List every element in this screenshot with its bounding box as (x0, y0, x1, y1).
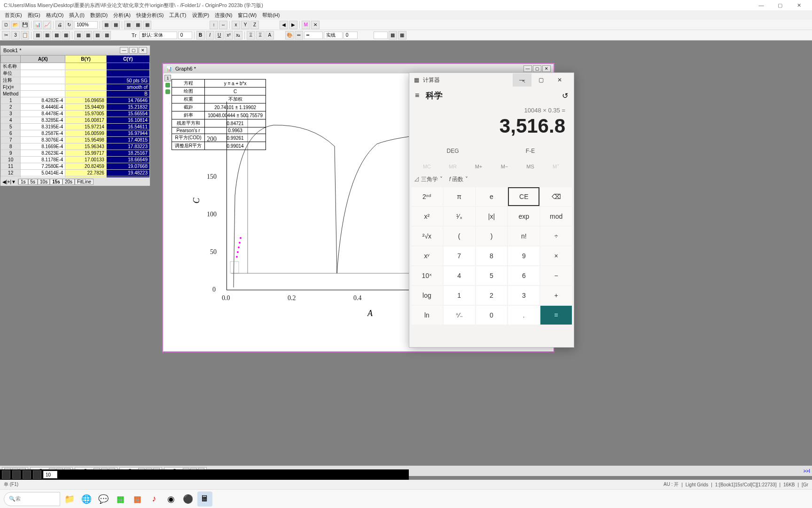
menu-settings[interactable]: 设置(P) (189, 12, 212, 19)
graph-titlebar[interactable]: 📊 Graph6 * — ▢ ✕ (163, 64, 554, 73)
tool-icon[interactable]: ▦ (74, 31, 83, 40)
wechat-icon[interactable]: 💬 (96, 492, 111, 507)
calc-key-x[interactable]: ²√x (411, 227, 443, 246)
minimize-button[interactable]: — (752, 0, 771, 10)
calc-key-n[interactable]: n! (508, 227, 539, 246)
menu-insert[interactable]: 插入(I) (66, 12, 87, 19)
calc-key-3[interactable]: 3 (508, 286, 539, 305)
calc-key-[interactable]: ⌫ (540, 187, 572, 206)
calc-key-x[interactable]: x² (411, 207, 443, 226)
table-row[interactable]: 28.4446E-415.9440915.21832 (1, 104, 150, 111)
taskbar-search[interactable]: 🔍 索 (4, 492, 60, 506)
calc-key-1[interactable]: 1 (444, 286, 475, 305)
tab-fitline[interactable]: FitLine (75, 179, 94, 185)
tab-nav[interactable]: ◀|+|▼ (0, 179, 18, 184)
tool-icon[interactable]: ▦ (102, 31, 111, 40)
close-icon[interactable]: ✕ (542, 65, 551, 72)
calc-key-ce[interactable]: CE (508, 187, 539, 206)
fontsize-input[interactable] (178, 32, 192, 39)
fe-button[interactable]: F-E (492, 144, 569, 158)
align-icon[interactable]: Ξ (256, 31, 265, 40)
tool-icon[interactable] (12, 470, 21, 479)
ppt-icon[interactable]: ▦ (130, 492, 145, 507)
calc-key-[interactable]: ⁺⁄₋ (444, 306, 475, 325)
mask-icon[interactable]: M (302, 21, 310, 29)
table-row[interactable]: 58.3195E-415.9721416.54611 (1, 124, 150, 130)
new-project-icon[interactable]: 🗋 (2, 21, 10, 29)
mminus-button[interactable]: M− (492, 161, 517, 173)
menu-tools[interactable]: 工具(T) (166, 12, 189, 19)
table-row[interactable]: 108.1178E-417.0013318.66649 (1, 157, 150, 163)
tool-icon[interactable]: 3 (11, 31, 20, 40)
menu-graph[interactable]: 图(G) (25, 12, 43, 19)
tool-icon[interactable]: ▦ (93, 31, 102, 40)
deg-button[interactable]: DEG (414, 144, 492, 158)
tool-icon[interactable]: ▦ (398, 31, 406, 40)
calc-key-x[interactable]: xʸ (411, 246, 443, 265)
table-row[interactable]: 78.3076E-415.9549817.40815 (1, 137, 150, 143)
steam-icon[interactable]: ◉ (164, 492, 179, 507)
calc-history-icon[interactable]: ↺ (562, 91, 568, 100)
calc-minimize-button[interactable]: —↖ (513, 73, 531, 87)
table-row[interactable]: 68.2587E-416.0059916.97944 (1, 130, 150, 137)
table-row[interactable]: 117.2580E-420.8245919.07668 (1, 163, 150, 170)
line-icon[interactable]: ═ (295, 31, 303, 40)
zoom-input[interactable] (74, 21, 98, 29)
marker-input[interactable] (374, 32, 388, 39)
tool-icon[interactable]: ▦ (133, 21, 142, 29)
menu-window[interactable]: 窗口(W) (235, 12, 259, 19)
open-icon[interactable]: 📂 (11, 21, 20, 29)
menu-quick[interactable]: 快捷分析(S) (133, 12, 167, 19)
tool-icon[interactable]: ▦ (111, 21, 120, 29)
table-row[interactable]: 18.4282E-416.0965814.76646 (1, 97, 150, 104)
table-row[interactable]: 125.0414E-422.782619.48223 (1, 170, 150, 176)
calc-key-mod[interactable]: mod (540, 207, 572, 226)
table-row[interactable]: 48.3285E-416.0081716.10814 (1, 117, 150, 124)
tool-icon[interactable]: ▦ (62, 31, 70, 40)
tab-10s[interactable]: 10s (38, 179, 50, 185)
trig-dropdown[interactable]: ⊿ 三角学 ˅ (414, 175, 443, 183)
calc-key-4[interactable]: 4 (444, 266, 475, 285)
axis-icon[interactable]: ↔ (219, 21, 227, 29)
more-link[interactable]: >>I (804, 468, 810, 474)
ms-button[interactable]: MS (517, 161, 543, 173)
calc-key-[interactable]: = (540, 306, 572, 325)
close-button[interactable]: ✕ (789, 0, 808, 10)
menu-format[interactable]: 格式(O) (43, 12, 67, 19)
table-row[interactable]: 98.2623E-415.9971718.25167 (1, 150, 150, 157)
max-icon[interactable]: ▢ (533, 65, 541, 72)
calc-key-10[interactable]: 10ˣ (411, 266, 443, 285)
menu-data[interactable]: 数据(D) (87, 12, 110, 19)
line-type[interactable] (324, 32, 343, 39)
fill-icon[interactable]: 🎨 (285, 31, 294, 40)
calc-key-[interactable]: × (540, 246, 572, 265)
menu-analysis[interactable]: 分析(A) (110, 12, 133, 19)
calc-key-[interactable]: π (444, 187, 475, 206)
tool-icon[interactable]: ▦ (84, 31, 92, 40)
tool-icon[interactable]: ▦ (143, 21, 151, 29)
calc-key-0[interactable]: 0 (476, 306, 508, 325)
calc-key-x[interactable]: |x| (476, 207, 508, 226)
save-icon[interactable]: 💾 (21, 21, 29, 29)
explorer-icon[interactable]: 📁 (62, 492, 77, 507)
font-select[interactable] (140, 32, 177, 39)
bold-icon[interactable]: B (196, 31, 205, 40)
lock-icon[interactable] (165, 89, 170, 94)
calc-key-6[interactable]: 6 (508, 266, 539, 285)
lock-icon[interactable] (165, 83, 170, 87)
pattern-icon[interactable]: ▦ (389, 31, 397, 40)
superscript-icon[interactable]: x² (225, 31, 233, 40)
table-row[interactable]: 88.1669E-415.9634317.83223 (1, 143, 150, 150)
col-b[interactable]: B(Y) (65, 56, 106, 63)
close-icon[interactable]: ✕ (139, 47, 147, 54)
layer-button[interactable]: 1 (164, 75, 171, 81)
subscript-icon[interactable]: x₂ (234, 31, 242, 40)
align-icon[interactable]: Ξ (247, 31, 255, 40)
func-dropdown[interactable]: f 函数 ˅ (449, 175, 468, 183)
tool-icon[interactable]: ▦ (43, 31, 51, 40)
min-icon[interactable]: — (523, 65, 532, 72)
tab-15s[interactable]: 15s (50, 179, 62, 185)
calc-maximize-button[interactable]: ▢ (531, 73, 550, 87)
calc-close-button[interactable]: ✕ (550, 73, 569, 87)
mdrop-button[interactable]: M˅ (543, 161, 569, 173)
